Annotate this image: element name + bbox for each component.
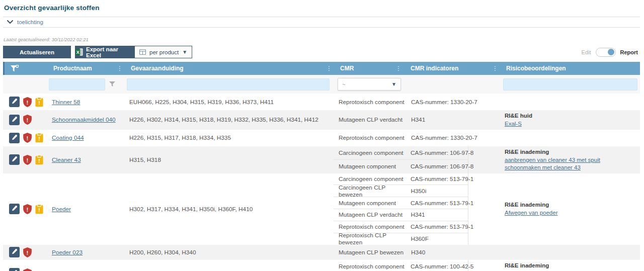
last-updated-text: Laatst geactualiseerd: 30/11/2022 02:21 xyxy=(4,37,640,42)
column-header-gevaaraanduiding[interactable]: Gevaaraanduiding ⋮ xyxy=(126,62,335,75)
column-menu-icon[interactable]: ⋮ xyxy=(117,65,123,72)
toelichting-toggle[interactable]: toelichting xyxy=(3,17,640,28)
hazard-alert-icon[interactable]: ! xyxy=(23,268,32,271)
cmr-type: Mutageen component xyxy=(334,200,410,207)
cmr-subrow: Reprotoxisch componentCAS-nummer: 1330-2… xyxy=(334,94,468,110)
hazard-alert-icon[interactable]: ! xyxy=(23,97,32,107)
row-action-icons: !! xyxy=(3,94,44,110)
edit-button[interactable] xyxy=(9,204,20,214)
table-row: !!Thinner 58EUH066, H225, H304, H315, H3… xyxy=(3,94,640,110)
filter-input-productnaam[interactable] xyxy=(49,78,105,91)
product-link[interactable]: Schoonmaakmiddel 040 xyxy=(52,116,116,123)
cmr-subtable: Mutageen CLP bewezenH340 xyxy=(334,245,468,260)
row-action-icons: !! xyxy=(3,130,44,146)
svg-text:!: ! xyxy=(27,135,29,141)
hazard-alert-icon[interactable]: ! xyxy=(23,115,32,125)
product-link[interactable]: Thinner 58 xyxy=(52,99,80,106)
cmr-cell-group: Mutageen CLP verdachtH341 xyxy=(334,110,500,130)
risk-assessment-link[interactable]: Exal-S xyxy=(505,120,522,128)
edit-button[interactable] xyxy=(9,97,20,107)
product-link[interactable]: Poeder xyxy=(52,206,71,213)
cmr-cell-group: Reprotoxisch componentCAS-nummer: 1330-2… xyxy=(334,94,500,110)
column-menu-icon[interactable]: ⋮ xyxy=(395,65,401,72)
table-grid-icon xyxy=(139,49,146,55)
risk-assessment-link[interactable]: schoonmaken met cleaner 43 xyxy=(505,164,581,171)
risk-title: RI&E huid xyxy=(505,112,532,120)
table-row: !!PoederH302, H317, H334, H341, H350i, H… xyxy=(3,173,640,245)
cmr-indicator: CAS-nummer: 513-79-1 xyxy=(410,175,468,183)
column-menu-icon[interactable]: ⋮ xyxy=(326,65,332,72)
cmr-type: Carcinogeen CLP bewezen xyxy=(334,184,410,198)
filter-cmr-operator-dropdown[interactable]: ~ ▼ xyxy=(338,78,401,91)
edit-button[interactable] xyxy=(9,133,20,143)
edit-report-toggle[interactable] xyxy=(596,48,616,57)
svg-text:!: ! xyxy=(38,136,40,142)
cmr-cell-group: Mutageen CLP bewezenH340 xyxy=(334,245,500,260)
filter-input-gevaaraanduiding[interactable] xyxy=(127,78,330,91)
filter-funnel-icon xyxy=(11,65,19,72)
scope-dropdown[interactable]: per product ▼ xyxy=(134,46,192,58)
cmr-subrow: Mutageen CLP bewezenH340 xyxy=(334,245,468,260)
cmr-type: Mutageen component xyxy=(334,163,410,170)
task-clipboard-icon[interactable]: ! xyxy=(35,133,43,143)
cmr-subtable: Reprotoxisch componentCAS-nummer: 1330-2… xyxy=(334,94,468,110)
product-name-cell: Poeder xyxy=(44,173,124,245)
task-clipboard-icon[interactable]: ! xyxy=(35,97,43,107)
column-header-productnaam[interactable]: Productnaam ⋮ xyxy=(45,62,126,75)
cmr-indicator: CAS-nummer: 513-79-1 xyxy=(410,200,468,207)
cmr-indicator: H341 xyxy=(410,211,468,218)
cmr-subrow: Carcinogeen componentCAS-nummer: 513-79-… xyxy=(334,173,468,185)
table-row: !!Cleaner 43H315, H318Carcinogeen compon… xyxy=(3,146,640,173)
hazard-alert-icon[interactable]: ! xyxy=(23,155,32,165)
filter-funnel-icon[interactable] xyxy=(109,81,115,87)
cmr-indicator: H360F xyxy=(410,235,468,242)
svg-text:!: ! xyxy=(27,156,29,163)
hazard-alert-icon[interactable]: ! xyxy=(23,204,32,214)
cmr-indicator: CAS-nummer: 513-79-1 xyxy=(410,223,468,230)
cmr-type: Reprotoxisch component xyxy=(334,134,410,141)
cmr-subtable: Reprotoxisch componentCAS-nummer: 100-42… xyxy=(334,260,468,271)
svg-text:!: ! xyxy=(38,100,40,106)
edit-button[interactable] xyxy=(9,154,20,165)
risk-assessments-cell xyxy=(500,94,640,110)
hazard-alert-icon[interactable]: ! xyxy=(23,247,32,257)
column-header-risicobeoordelingen[interactable]: Risicobeoordelingen xyxy=(501,62,640,75)
product-name-cell: Poeder 023 xyxy=(44,245,124,260)
header-filter-cell[interactable] xyxy=(5,62,45,75)
edit-button[interactable] xyxy=(9,268,20,271)
cmr-subtable: Reprotoxisch componentCAS-nummer: 1330-2… xyxy=(334,130,468,146)
risk-assessments-cell: RI&E inademingaanbrengen van cleaner 43 … xyxy=(500,146,640,173)
edit-button[interactable] xyxy=(9,115,20,125)
column-header-cmr-indicatoren[interactable]: CMR indicatoren ⋮ xyxy=(405,62,501,75)
export-excel-button[interactable]: X Export naar Excel xyxy=(75,46,134,58)
refresh-button[interactable]: Actualiseren xyxy=(3,46,71,58)
column-header-label: CMR indicatoren xyxy=(411,65,458,72)
risk-assessment-link[interactable]: aanbrengen van cleaner 43 met spuit xyxy=(505,156,600,164)
cmr-subrow: Reprotoxisch componentCAS-nummer: 100-42… xyxy=(334,260,468,271)
cmr-type: Carcinogeen component xyxy=(334,149,410,156)
column-menu-icon[interactable]: ⋮ xyxy=(492,65,498,72)
product-link[interactable]: Coating 044 xyxy=(52,134,84,141)
cmr-indicator: H340 xyxy=(410,249,468,256)
filter-row: ~ ▼ xyxy=(3,75,640,94)
toolbar: Actualiseren X Export naar Excel per pro… xyxy=(3,46,640,58)
cmr-subtable: Mutageen CLP verdachtH341 xyxy=(334,110,468,130)
edit-button[interactable] xyxy=(9,247,20,257)
svg-text:!: ! xyxy=(27,249,29,255)
risk-assessment-link[interactable]: Afwegen van poeder xyxy=(505,209,558,217)
cmr-indicator: H341 xyxy=(410,116,468,123)
scope-selected-value: per product xyxy=(149,49,179,55)
task-clipboard-icon[interactable]: ! xyxy=(35,204,43,214)
product-name-cell: Cleaner 43 xyxy=(44,146,124,173)
risk-assessments-cell: RI&E inademingdipping of componentsdippi… xyxy=(500,260,640,271)
toelichting-label: toelichting xyxy=(17,19,43,25)
product-link[interactable]: Poeder 023 xyxy=(52,249,83,256)
column-header-label: CMR xyxy=(340,65,354,72)
table-row: !Schoonmaakmiddel 040H226, H302, H314, H… xyxy=(3,110,640,130)
column-header-cmr[interactable]: CMR ⋮ xyxy=(335,62,405,75)
product-link[interactable]: Cleaner 43 xyxy=(52,156,81,163)
task-clipboard-icon[interactable]: ! xyxy=(35,155,43,165)
hazard-alert-icon[interactable]: ! xyxy=(23,133,32,143)
cmr-type: Carcinogeen component xyxy=(334,175,410,183)
filter-input-risicobeoordelingen[interactable] xyxy=(503,78,637,91)
